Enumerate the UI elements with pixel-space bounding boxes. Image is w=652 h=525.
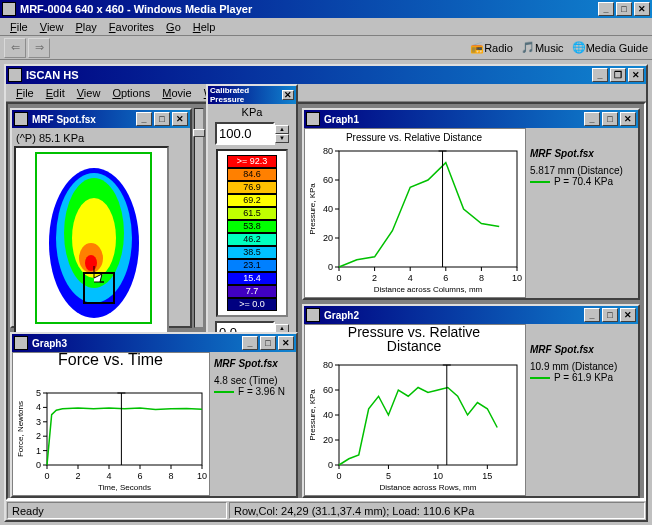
graph2-window[interactable]: Graph2 _□✕ Pressure vs. Relative Distanc… [302, 304, 640, 498]
minimize-button[interactable]: _ [242, 336, 258, 350]
scale-max-input[interactable] [215, 122, 275, 145]
svg-text:80: 80 [323, 146, 333, 156]
scale-band: 38.5 [227, 246, 277, 259]
scale-band: 23.1 [227, 259, 277, 272]
svg-text:10: 10 [197, 471, 207, 481]
scale-band: 84.6 [227, 168, 277, 181]
pressure-scale-window[interactable]: Calibrated Pressure ✕ KPa ▲▼ >= 92.384.6… [206, 84, 298, 374]
menu-go[interactable]: Go [160, 19, 187, 35]
back-button[interactable]: ⇐ [4, 38, 26, 58]
iscan-menubar: FileEditViewOptionsMovieWindowHelp [6, 84, 646, 102]
media-guide-link[interactable]: 🌐 Media Guide [572, 41, 648, 54]
forward-button[interactable]: ⇒ [28, 38, 50, 58]
slider-thumb[interactable] [193, 129, 205, 137]
chart-icon [306, 112, 320, 126]
close-button[interactable]: ✕ [172, 112, 188, 126]
close-button[interactable]: ✕ [620, 308, 636, 322]
minimize-button[interactable]: _ [584, 308, 600, 322]
minimize-button[interactable]: _ [592, 68, 608, 82]
maximize-button[interactable]: □ [154, 112, 170, 126]
svg-text:Pressure vs. Relative Distance: Pressure vs. Relative Distance [346, 132, 483, 143]
scale-titlebar: Calibrated Pressure ✕ [208, 86, 296, 104]
legend-swatch [530, 181, 550, 183]
restore-button[interactable]: ❐ [610, 68, 626, 82]
svg-text:Pressure, KPa: Pressure, KPa [308, 389, 317, 441]
legend-force: F = 3.96 N [238, 386, 285, 397]
graph2-legend: MRF Spot.fsx 10.9 mm (Distance) P = 61.9… [526, 324, 638, 496]
graph3-window[interactable]: Graph3 _□✕ Force vs. Time0246810012345Ti… [10, 332, 298, 498]
svg-text:15: 15 [482, 471, 492, 481]
menu-file[interactable]: File [4, 19, 34, 35]
maximize-button[interactable]: □ [602, 112, 618, 126]
heatmap-canvas[interactable] [14, 146, 169, 336]
svg-text:Distance across Columns, mm: Distance across Columns, mm [374, 285, 483, 294]
iscan-app-icon [8, 68, 22, 82]
wmp-titlebar: MRF-0004 640 x 460 - Windows Media Playe… [0, 0, 652, 18]
svg-text:6: 6 [443, 273, 448, 283]
svg-text:5: 5 [386, 471, 391, 481]
svg-text:60: 60 [323, 385, 333, 395]
close-button[interactable]: ✕ [620, 112, 636, 126]
legend-file: MRF Spot.fsx [530, 344, 634, 355]
svg-text:10: 10 [512, 273, 522, 283]
heatmap-window[interactable]: MRF Spot.fsx _□✕ (^P) 85.1 KPa [10, 108, 192, 328]
svg-text:Distance: Distance [387, 338, 442, 354]
mdi-client-area: MRF Spot.fsx _□✕ (^P) 85.1 KPa [6, 102, 646, 500]
close-button[interactable]: ✕ [634, 2, 650, 16]
maximize-button[interactable]: □ [616, 2, 632, 16]
wmp-title: MRF-0004 640 x 460 - Windows Media Playe… [20, 3, 598, 15]
spin-up[interactable]: ▲ [275, 125, 289, 134]
music-link[interactable]: 🎵 Music [521, 41, 564, 54]
status-ready: Ready [7, 502, 227, 519]
menu-edit[interactable]: Edit [40, 85, 71, 101]
menu-view[interactable]: View [34, 19, 70, 35]
scale-band: 53.8 [227, 220, 277, 233]
menu-help[interactable]: Help [187, 19, 222, 35]
svg-text:Force, Newtons: Force, Newtons [16, 401, 25, 457]
scale-band: >= 0.0 [227, 298, 277, 311]
graph1-chart[interactable]: Pressure vs. Relative Distance0246810020… [304, 128, 526, 298]
legend-distance: 10.9 mm (Distance) [530, 361, 634, 372]
menu-view[interactable]: View [71, 85, 107, 101]
menu-options[interactable]: Options [106, 85, 156, 101]
menu-favorites[interactable]: Favorites [103, 19, 160, 35]
legend-distance: 5.817 mm (Distance) [530, 165, 634, 176]
maximize-button[interactable]: □ [260, 336, 276, 350]
graph3-chart[interactable]: Force vs. Time0246810012345Time, Seconds… [12, 352, 210, 496]
vertical-slider[interactable] [194, 108, 204, 328]
minimize-button[interactable]: _ [584, 112, 600, 126]
graph2-titlebar: Graph2 _□✕ [304, 306, 638, 324]
close-button[interactable]: ✕ [282, 90, 294, 100]
svg-text:40: 40 [323, 204, 333, 214]
svg-text:20: 20 [323, 233, 333, 243]
iscan-window: ISCAN HS _ ❐ ✕ FileEditViewOptionsMovieW… [4, 64, 648, 522]
legend-file: MRF Spot.fsx [214, 358, 292, 369]
minimize-button[interactable]: _ [136, 112, 152, 126]
chart-icon [306, 308, 320, 322]
spin-down[interactable]: ▼ [275, 134, 289, 143]
graph2-chart[interactable]: Pressure vs. Relative Distance0510150204… [304, 324, 526, 496]
svg-text:Pressure, KPa: Pressure, KPa [308, 183, 317, 235]
graph2-wintitle: Graph2 [324, 310, 584, 321]
svg-text:20: 20 [323, 435, 333, 445]
radio-link[interactable]: 📻 Radio [470, 41, 513, 54]
minimize-button[interactable]: _ [598, 2, 614, 16]
graph1-window[interactable]: Graph1 _□✕ Pressure vs. Relative Distanc… [302, 108, 640, 300]
legend-file: MRF Spot.fsx [530, 148, 634, 159]
graph3-titlebar: Graph3 _□✕ [12, 334, 296, 352]
close-button[interactable]: ✕ [628, 68, 644, 82]
close-button[interactable]: ✕ [278, 336, 294, 350]
svg-text:60: 60 [323, 175, 333, 185]
svg-text:0: 0 [328, 262, 333, 272]
maximize-button[interactable]: □ [602, 308, 618, 322]
svg-text:0: 0 [44, 471, 49, 481]
svg-text:0: 0 [336, 273, 341, 283]
menu-movie[interactable]: Movie [156, 85, 197, 101]
svg-text:4: 4 [36, 402, 41, 412]
menu-file[interactable]: File [10, 85, 40, 101]
chart-icon [14, 336, 28, 350]
wmp-menubar: FileViewPlayFavoritesGoHelp [0, 18, 652, 36]
menu-play[interactable]: Play [69, 19, 102, 35]
svg-text:0: 0 [336, 471, 341, 481]
scale-title: Calibrated Pressure [210, 86, 282, 104]
